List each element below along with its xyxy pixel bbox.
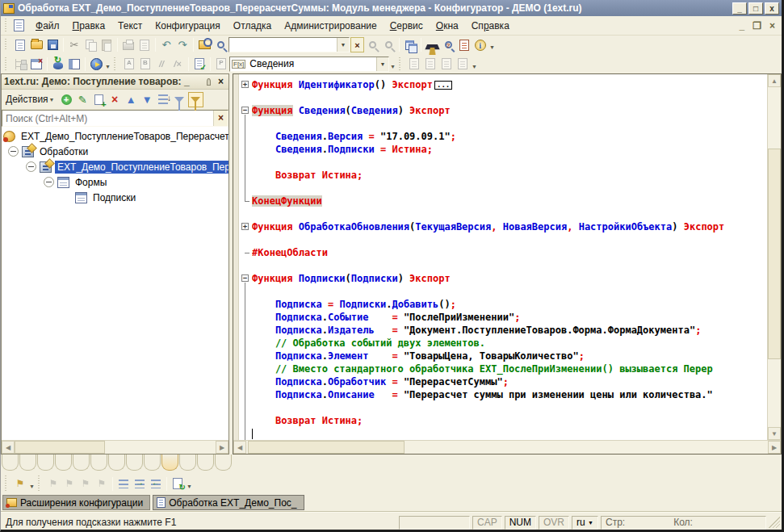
objects-tree-icon[interactable]	[12, 57, 28, 72]
docked-tab-9[interactable]	[144, 455, 161, 471]
module-extension-dropdown[interactable]: ▼	[471, 57, 478, 72]
open-document-icon[interactable]	[28, 37, 44, 52]
code-line[interactable]: #КонецОбласти	[239, 246, 767, 259]
mdi-document-icon[interactable]	[14, 19, 24, 31]
code-line[interactable]: Сведения.Версия = "17.09.09.1";	[239, 130, 767, 143]
code-line[interactable]: Подписка.Издатель = "Документ.Поступлени…	[239, 324, 767, 337]
copy-item-button[interactable]	[91, 92, 107, 107]
menu-отладка[interactable]: Отладка	[227, 18, 278, 34]
grip[interactable]	[5, 475, 10, 492]
search-combo-dropdown[interactable]: ▼	[337, 38, 349, 52]
code-line[interactable]: −Функция Подписки(Подписки) Экспорт	[239, 272, 767, 285]
previous-bookmark-icon[interactable]: ⚑	[78, 476, 94, 492]
code-line[interactable]	[239, 117, 767, 130]
code-line[interactable]: Сведения.Подписки = Истина;	[239, 143, 767, 156]
print-preview-icon[interactable]	[136, 37, 153, 52]
goto-procedure-icon[interactable]: P	[213, 57, 229, 72]
code-line[interactable]: +Функция ОбработкаОбновления(ТекущаяВерс…	[239, 220, 767, 233]
mdi-restore-button[interactable]: ❐	[753, 20, 761, 31]
menu-конфигурация[interactable]: Конфигурация	[149, 18, 227, 34]
search-icon[interactable]	[212, 37, 228, 52]
docked-tab-5[interactable]	[73, 455, 90, 471]
procedure-combo-arrow[interactable]: ▼	[376, 57, 388, 71]
grip[interactable]	[38, 475, 43, 492]
code-line[interactable]	[239, 285, 767, 298]
menu-текст[interactable]: Текст	[111, 18, 149, 34]
clear-search-button[interactable]: ×	[350, 37, 364, 52]
goto-definition-dropdown[interactable]: ▼	[28, 476, 36, 492]
docked-tab-13[interactable]	[215, 455, 232, 471]
scroll-right-icon[interactable]: ▶	[216, 441, 228, 454]
docked-tab-4[interactable]	[55, 455, 72, 471]
docked-tab-2[interactable]	[19, 455, 36, 471]
paste-icon[interactable]	[99, 37, 115, 52]
fold-marker[interactable]: −	[239, 272, 252, 285]
editor-horizontal-scrollbar[interactable]: ◀ ▶	[233, 440, 781, 454]
docked-tab-8[interactable]	[126, 455, 143, 471]
add-procedure-a-icon[interactable]: A	[121, 57, 137, 72]
add-item-button[interactable]: +	[59, 92, 74, 107]
procedure-combobox[interactable]: F[x]Сведения▼	[229, 57, 389, 72]
breakpoint-margin[interactable]	[233, 74, 239, 440]
code-line[interactable]: Подписка.Обработчик = "ПерерасчетСуммы";	[239, 375, 767, 388]
close-window-icon[interactable]	[28, 57, 44, 72]
docked-tab-10[interactable]	[161, 455, 178, 471]
code-line[interactable]	[239, 233, 767, 246]
service-windows-icon[interactable]	[66, 57, 82, 72]
window-tab-extensions[interactable]: Расширения конфигурации	[2, 495, 150, 510]
edit-item-button[interactable]: ✎	[75, 92, 90, 107]
module-extension-4-icon[interactable]	[455, 57, 471, 72]
uncomment-lines-icon[interactable]: /×	[170, 57, 186, 72]
collapse-icon[interactable]	[44, 177, 54, 187]
docked-tab-1[interactable]	[2, 455, 19, 471]
tree-horizontal-scrollbar[interactable]: ◀ ▶	[2, 440, 228, 454]
search-in-syntax-help-icon[interactable]: ?	[440, 37, 456, 52]
menu-администрирование[interactable]: Администрирование	[278, 18, 383, 34]
print-icon[interactable]	[120, 37, 136, 52]
code-line[interactable]	[239, 427, 767, 440]
save-icon[interactable]	[44, 37, 61, 52]
docked-tab-11[interactable]	[179, 455, 196, 471]
collapse-icon[interactable]	[8, 146, 19, 157]
code-line[interactable]: // Обработка событий двух элементов.	[239, 337, 767, 350]
info-icon[interactable]: i	[472, 37, 488, 52]
collapse-icon[interactable]	[26, 161, 36, 172]
menu-файл[interactable]: Файл	[29, 18, 66, 34]
code-line[interactable]: Подписка = Подписки.Добавить();	[239, 298, 767, 311]
code-line[interactable]: Возврат Истина;	[239, 169, 767, 182]
tree-item-Обработки[interactable]: Обработки	[2, 144, 228, 159]
grip[interactable]	[114, 57, 119, 69]
filter-settings-button[interactable]	[188, 92, 203, 107]
check-module-dropdown[interactable]: ▼	[186, 476, 193, 492]
filter-button[interactable]	[172, 92, 187, 107]
info-dropdown[interactable]: ▼	[488, 37, 496, 52]
clear-bookmarks-icon[interactable]: ⚑	[94, 476, 110, 492]
code-line[interactable]	[239, 182, 767, 195]
copy-icon[interactable]	[82, 37, 99, 52]
toggle-bookmark-icon[interactable]: ⚑	[45, 476, 61, 492]
menu-справка[interactable]: Справка	[465, 18, 516, 34]
format-block-icon[interactable]	[115, 476, 132, 492]
global-search-icon[interactable]	[196, 37, 212, 52]
procedure-combo-dropdown[interactable]: ▼	[389, 57, 396, 72]
indent-left-icon[interactable]	[148, 476, 164, 492]
minimize-button[interactable]: _	[732, 2, 747, 15]
scroll-down-icon[interactable]: ▼	[768, 427, 781, 440]
redo-icon[interactable]: ↷	[174, 37, 191, 52]
tree-item-EXT_Демо_Поступление[interactable]: EXT_Демо_ПоступлениеТоваров_ПерерасчетСу…	[2, 128, 228, 144]
language-selector[interactable]: ru ▼	[572, 516, 598, 530]
fold-marker[interactable]: +	[239, 78, 252, 91]
search-combobox[interactable]: ▼	[228, 37, 350, 52]
indent-right-icon[interactable]	[132, 476, 148, 492]
docked-tab-7[interactable]	[108, 455, 125, 471]
start-debugging-dropdown[interactable]: ▼	[104, 57, 111, 72]
fold-marker[interactable]: −	[239, 104, 252, 117]
update-db-configuration-icon[interactable]	[50, 57, 66, 72]
grip[interactable]	[399, 57, 404, 69]
close-button[interactable]: x	[765, 2, 779, 15]
code-line[interactable]	[239, 156, 767, 169]
window-tab-module[interactable]: Обработка EXT_Демо_Пос_	[153, 495, 304, 510]
code-line[interactable]	[239, 259, 767, 272]
scroll-left-icon[interactable]: ◀	[2, 441, 15, 454]
move-down-button[interactable]: ▼	[140, 92, 155, 107]
